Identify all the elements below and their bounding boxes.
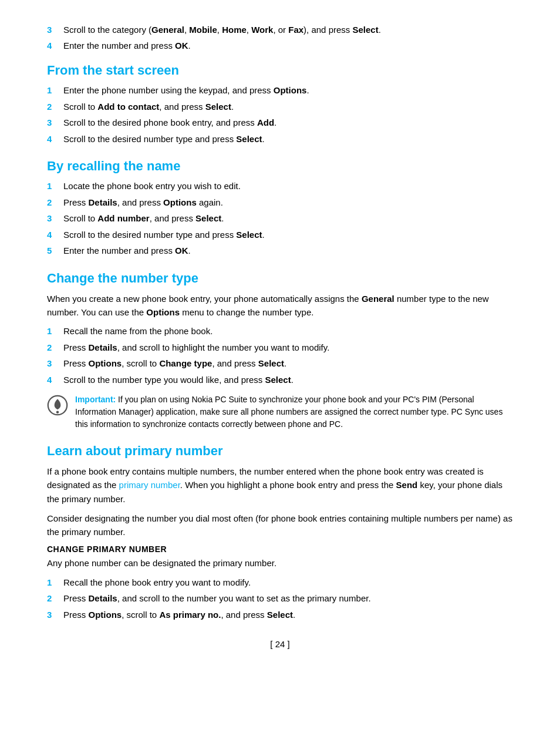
- from-start-text-2: Scroll to Add to contact, and press Sele…: [63, 100, 513, 114]
- section-from-start-title: From the start screen: [47, 63, 513, 78]
- list-num: 1: [47, 180, 60, 193]
- list-num: 5: [47, 244, 60, 258]
- top-list: 3 Scroll to the category (General, Mobil…: [47, 23, 513, 52]
- change-type-text-3: Press Options, scroll to Change type, an…: [63, 357, 513, 371]
- from-start-text-1: Enter the phone number using the keypad,…: [63, 84, 513, 97]
- section-recalling: By recalling the name 1 Locate the phone…: [47, 159, 513, 258]
- recalling-item-1: 1 Locate the phone book entry you wish t…: [47, 180, 513, 193]
- page-number: [ 24 ]: [47, 639, 513, 649]
- list-num: 4: [47, 228, 60, 242]
- svg-point-1: [56, 411, 59, 413]
- change-type-item-3: 3 Press Options, scroll to Change type, …: [47, 357, 513, 371]
- recalling-text-3: Scroll to Add number, and press Select.: [63, 212, 513, 226]
- change-type-item-1: 1 Recall the name from the phone book.: [47, 325, 513, 338]
- change-type-intro: When you create a new phone book entry, …: [47, 292, 513, 320]
- list-num: 2: [47, 196, 60, 210]
- change-type-item-4: 4 Scroll to the number type you would li…: [47, 374, 513, 387]
- change-type-item-2: 2 Press Details, and scroll to highlight…: [47, 341, 513, 355]
- from-start-text-4: Scroll to the desired number type and pr…: [63, 133, 513, 146]
- top-list-item-3: 3 Scroll to the category (General, Mobil…: [47, 23, 513, 37]
- from-start-list: 1 Enter the phone number using the keypa…: [47, 84, 513, 146]
- important-icon: [47, 395, 68, 416]
- change-type-text-2: Press Details, and scroll to highlight t…: [63, 341, 513, 355]
- list-num: 3: [47, 357, 60, 371]
- change-primary-list: 1 Recall the phone book entry you want t…: [47, 576, 513, 622]
- recalling-item-5: 5 Enter the number and press OK.: [47, 244, 513, 258]
- change-primary-item-3: 3 Press Options, scroll to As primary no…: [47, 608, 513, 622]
- change-primary-text-1: Recall the phone book entry you want to …: [63, 576, 513, 590]
- list-num: 2: [47, 100, 60, 114]
- top-item-4-text: Enter the number and press OK.: [63, 39, 513, 53]
- section-learn: Learn about primary number If a phone bo…: [47, 443, 513, 621]
- list-num: 1: [47, 325, 60, 338]
- change-primary-item-2: 2 Press Details, and scroll to the numbe…: [47, 592, 513, 606]
- list-num-3: 3: [47, 23, 60, 37]
- from-start-text-3: Scroll to the desired phone book entry, …: [63, 116, 513, 130]
- from-start-item-3: 3 Scroll to the desired phone book entry…: [47, 116, 513, 130]
- from-start-item-1: 1 Enter the phone number using the keypa…: [47, 84, 513, 97]
- recalling-text-2: Press Details, and press Options again.: [63, 196, 513, 210]
- from-start-item-2: 2 Scroll to Add to contact, and press Se…: [47, 100, 513, 114]
- list-num: 4: [47, 133, 60, 146]
- list-num: 3: [47, 608, 60, 622]
- important-text: Important: If you plan on using Nokia PC…: [75, 394, 513, 431]
- change-type-list: 1 Recall the name from the phone book. 2…: [47, 325, 513, 386]
- section-change-type-title: Change the number type: [47, 271, 513, 286]
- list-num: 2: [47, 592, 60, 606]
- list-num: 1: [47, 576, 60, 590]
- subsection-change-primary-intro: Any phone number can be designated the p…: [47, 556, 513, 570]
- list-num: 3: [47, 116, 60, 130]
- change-primary-text-2: Press Details, and scroll to the number …: [63, 592, 513, 606]
- important-box: Important: If you plan on using Nokia PC…: [47, 394, 513, 431]
- list-num: 4: [47, 374, 60, 387]
- recalling-text-1: Locate the phone book entry you wish to …: [63, 180, 513, 193]
- recalling-item-3: 3 Scroll to Add number, and press Select…: [47, 212, 513, 226]
- recalling-item-2: 2 Press Details, and press Options again…: [47, 196, 513, 210]
- list-num: 1: [47, 84, 60, 97]
- section-from-start: From the start screen 1 Enter the phone …: [47, 63, 513, 146]
- subsection-change-primary-title: CHANGE PRIMARY NUMBER: [47, 544, 513, 554]
- recalling-item-4: 4 Scroll to the desired number type and …: [47, 228, 513, 242]
- top-item-3-text: Scroll to the category (General, Mobile,…: [63, 23, 513, 37]
- section-recalling-title: By recalling the name: [47, 159, 513, 174]
- primary-number-link: primary number: [119, 480, 180, 490]
- section-learn-title: Learn about primary number: [47, 443, 513, 459]
- learn-intro-2: Consider designating the number you dial…: [47, 512, 513, 539]
- recalling-text-5: Enter the number and press OK.: [63, 244, 513, 258]
- important-label: Important:: [75, 395, 116, 404]
- change-type-text-4: Scroll to the number type you would like…: [63, 374, 513, 387]
- top-list-item-4: 4 Enter the number and press OK.: [47, 39, 513, 53]
- list-num-4: 4: [47, 39, 60, 53]
- change-primary-item-1: 1 Recall the phone book entry you want t…: [47, 576, 513, 590]
- change-type-text-1: Recall the name from the phone book.: [63, 325, 513, 338]
- list-num: 3: [47, 212, 60, 226]
- recalling-text-4: Scroll to the desired number type and pr…: [63, 228, 513, 242]
- list-num: 2: [47, 341, 60, 355]
- section-change-type: Change the number type When you create a…: [47, 271, 513, 431]
- recalling-list: 1 Locate the phone book entry you wish t…: [47, 180, 513, 258]
- from-start-item-4: 4 Scroll to the desired number type and …: [47, 133, 513, 146]
- learn-intro-1: If a phone book entry contains multiple …: [47, 465, 513, 506]
- change-primary-text-3: Press Options, scroll to As primary no.,…: [63, 608, 513, 622]
